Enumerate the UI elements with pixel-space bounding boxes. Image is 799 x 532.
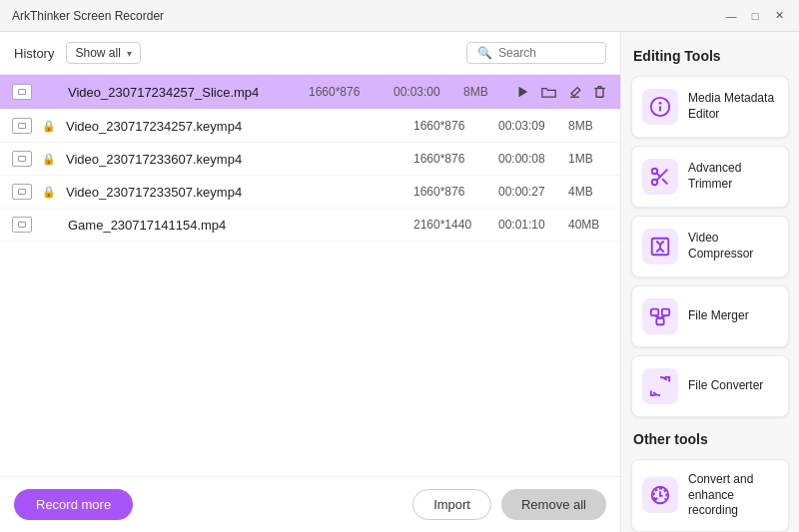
lock-icon: 🔒 [42,186,56,199]
lock-icon: 🔒 [42,120,56,133]
file-size: 8MB [568,119,608,133]
file-duration: 00:00:08 [498,152,558,166]
file-type-icon [12,184,32,200]
play-button[interactable] [513,83,531,101]
svg-line-16 [660,315,666,318]
file-name: Video_230717234257.keymp4 [66,119,403,134]
info-icon [649,96,671,118]
file-actions [513,83,608,101]
delete-button[interactable] [591,83,608,101]
bottom-bar: Record more Import Remove all [0,476,620,532]
record-more-button[interactable]: Record more [14,489,133,520]
file-merger-label: File Merger [688,308,749,324]
left-panel: History Show all ▾ 🔍 Video_230717234257_… [0,32,621,532]
file-type-icon [12,217,32,233]
svg-marker-0 [519,87,528,98]
video-compressor-label: Video Compressor [688,231,778,262]
svg-point-6 [652,180,658,186]
merge-icon [649,305,671,327]
file-list: Video_230717234257_Slice.mp41660*87600:0… [0,75,620,476]
import-button[interactable]: Import [412,489,491,520]
edit-button[interactable] [566,83,583,101]
search-input[interactable] [498,46,598,60]
file-type-icon [12,118,32,134]
editing-tools-title: Editing Tools [631,48,789,64]
scissors-icon [649,166,671,188]
remove-all-button[interactable]: Remove all [501,489,606,520]
convert-enhance-label: Convert and enhance recording [688,472,778,519]
toolbar: History Show all ▾ 🔍 [0,32,620,75]
file-resolution: 1660*876 [309,85,384,99]
file-size: 4MB [568,185,608,199]
file-name: Game_230717141154.mp4 [68,218,403,233]
file-converter-label: File Converter [688,378,763,394]
svg-line-15 [655,315,661,318]
file-type-icon [12,84,32,100]
svg-line-8 [662,179,667,184]
tool-file-converter[interactable]: File Converter [631,355,789,417]
close-button[interactable]: ✕ [771,8,787,24]
file-resolution: 1660*876 [413,119,488,133]
minimize-button[interactable]: — [723,8,739,24]
dropdown-label: Show all [75,46,120,60]
video-compressor-icon-wrap [642,229,678,265]
tool-media-metadata[interactable]: Media Metadata Editor [631,76,789,138]
media-metadata-icon-wrap [642,89,678,125]
file-resolution: 2160*1440 [413,218,488,232]
table-row[interactable]: Game_230717141154.mp42160*144000:01:1040… [0,209,620,242]
chevron-down-icon: ▾ [127,48,132,59]
convert-enhance-icon-wrap [642,477,678,513]
show-all-dropdown[interactable]: Show all ▾ [66,42,140,64]
file-size: 40MB [568,218,608,232]
main-layout: History Show all ▾ 🔍 Video_230717234257_… [0,32,799,532]
file-converter-icon-wrap [642,368,678,404]
svg-rect-12 [651,309,658,315]
file-size: 1MB [568,152,608,166]
table-row[interactable]: 🔒Video_230717234257.keymp41660*87600:03:… [0,110,620,143]
tool-convert-enhance[interactable]: Convert and enhance recording [631,459,789,532]
file-resolution: 1660*876 [413,185,488,199]
advanced-trimmer-label: Advanced Trimmer [688,161,778,192]
right-panel: Editing Tools Media Metadata Editor [621,32,799,532]
file-duration: 00:01:10 [498,218,558,232]
svg-point-5 [652,169,658,175]
tool-advanced-trimmer[interactable]: Advanced Trimmer [631,146,789,208]
table-row[interactable]: 🔒Video_230717233607.keymp41660*87600:00:… [0,143,620,176]
window-controls: — □ ✕ [723,8,787,24]
svg-rect-14 [656,318,663,324]
history-label: History [14,46,54,61]
search-box: 🔍 [466,42,606,64]
file-name: Video_230717234257_Slice.mp4 [68,85,299,100]
svg-line-9 [656,173,660,177]
tool-file-merger[interactable]: File Merger [631,285,789,347]
file-resolution: 1660*876 [413,152,488,166]
file-duration: 00:03:09 [498,119,558,133]
app-title: ArkThinker Screen Recorder [12,9,723,23]
table-row[interactable]: Video_230717234257_Slice.mp41660*87600:0… [0,75,620,110]
open-folder-button[interactable] [539,83,558,101]
tool-video-compressor[interactable]: Video Compressor [631,216,789,277]
table-row[interactable]: 🔒Video_230717233507.keymp41660*87600:00:… [0,176,620,209]
media-metadata-label: Media Metadata Editor [688,91,778,122]
file-duration: 00:03:00 [394,85,453,99]
file-size: 8MB [463,85,503,99]
search-icon: 🔍 [477,46,492,60]
advanced-trimmer-icon-wrap [642,159,678,195]
convert-icon [649,375,671,397]
file-merger-icon-wrap [642,298,678,334]
lock-icon: 🔒 [42,153,56,166]
file-duration: 00:00:27 [498,185,558,199]
other-tools-title: Other tools [631,431,789,447]
enhance-icon [649,484,671,506]
file-type-icon [12,151,32,167]
file-name: Video_230717233607.keymp4 [66,152,403,167]
compress-icon [649,236,671,258]
maximize-button[interactable]: □ [747,8,763,24]
svg-rect-13 [662,309,669,315]
file-name: Video_230717233507.keymp4 [66,185,403,200]
titlebar: ArkThinker Screen Recorder — □ ✕ [0,0,799,32]
